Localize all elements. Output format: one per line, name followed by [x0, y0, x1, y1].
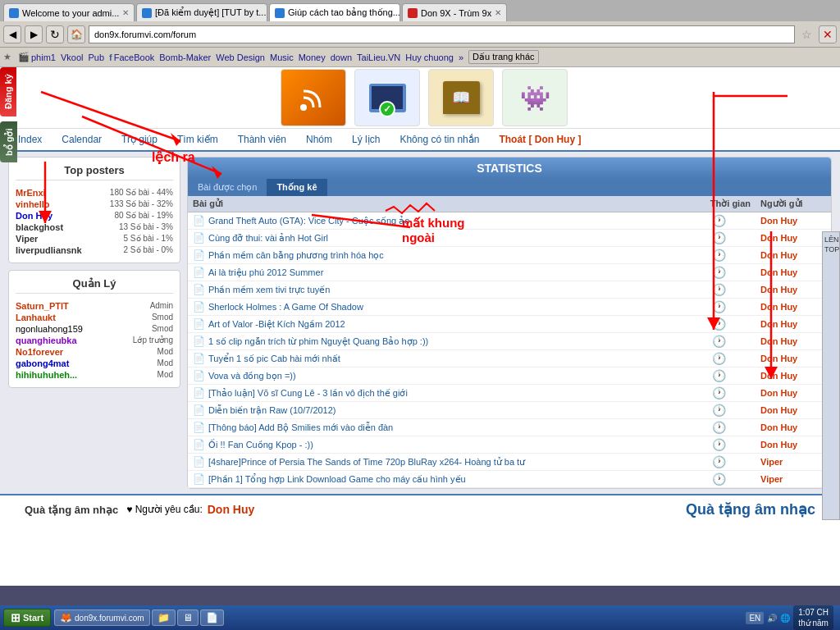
- scroll-top-button[interactable]: LÊNTOP: [822, 231, 840, 520]
- stats-tab-selected[interactable]: Bài được chọn: [188, 179, 267, 196]
- taskbar: ⊞ Start 🦊 don9x.forumvi.com 📁 🖥 📄 EN 🔊 🌐…: [0, 605, 840, 630]
- poster-name[interactable]: blackghost: [16, 222, 63, 232]
- author-link[interactable]: Don Huy: [760, 319, 797, 329]
- manager-name[interactable]: Saturn_PTIT: [16, 301, 69, 311]
- browser-tab-3[interactable]: Giúp cách tao bảng thống... ✕: [269, 3, 400, 21]
- post-link[interactable]: 📄 Tuyển 1 số pic Cab hài mới nhất: [193, 353, 678, 364]
- post-link[interactable]: 📄 Ai là triệu phú 2012 Summer: [193, 267, 678, 278]
- nav-logout[interactable]: Thoát [ Don Huy ]: [497, 130, 582, 148]
- dangky-button[interactable]: Đăng ký: [0, 67, 16, 116]
- manager-name[interactable]: Lanhaukt: [16, 313, 56, 322]
- home-button[interactable]: 🏠: [67, 25, 85, 43]
- post-link[interactable]: 📄 Ối !! Fan Cuồng Kpop - :)): [193, 439, 678, 450]
- post-link[interactable]: 📄 Sherlock Holmes : A Game Of Shadow: [193, 301, 678, 313]
- post-link[interactable]: 📄 [Thông báo] Add Bộ Smilies mới vào diễ…: [193, 422, 678, 433]
- browser-tab-4[interactable]: Don 9X - Trùm 9x ✕: [402, 3, 507, 21]
- author-link[interactable]: Viper: [760, 457, 783, 467]
- post-time-cell: 🕐: [683, 436, 756, 454]
- poster-name[interactable]: Viper: [16, 234, 38, 244]
- poster-name[interactable]: liverpudliansnk: [16, 245, 82, 255]
- author-link[interactable]: Don Huy: [760, 216, 797, 226]
- post-link[interactable]: 📄 [Thảo luận] Võ sĩ Cung Lê - 3 lần vô đ…: [193, 387, 678, 399]
- nav-groups[interactable]: Nhóm: [304, 130, 334, 148]
- post-link[interactable]: 📄 Grand Theft Auto (GTA): Vice City - Cu…: [193, 215, 678, 226]
- address-bar[interactable]: [89, 25, 795, 43]
- bookmark-bomb[interactable]: Bomb-Maker: [159, 52, 211, 62]
- bookmark-money[interactable]: Money: [299, 52, 326, 62]
- post-link[interactable]: 📄 Phần mềm cân bằng phương trình hóa học: [193, 249, 678, 261]
- post-link[interactable]: 📄 Vova và đồng bọn =)): [193, 370, 678, 381]
- author-link[interactable]: Don Huy: [760, 233, 797, 243]
- manager-name[interactable]: hihihuhuheh...: [16, 370, 77, 380]
- nav-search[interactable]: Tìm kiếm: [176, 130, 220, 148]
- nav-help[interactable]: Trợ giúp: [120, 130, 159, 148]
- author-link[interactable]: Don Huy: [760, 285, 797, 294]
- post-link[interactable]: 📄 Art of Valor -Biệt Kích Ngầm 2012: [193, 318, 678, 330]
- post-link[interactable]: 📄 Phần mềm xem tivi trực tuyến: [193, 284, 678, 295]
- post-time-cell: 🕐: [683, 316, 756, 333]
- bookmark-huy[interactable]: Huy chuong: [405, 52, 454, 62]
- post-link[interactable]: 📄 Cùng đỡ thui: vài ảnh Hot Girl: [193, 232, 678, 244]
- post-link[interactable]: 📄 [4share]Prince of Persia The Sands of …: [193, 456, 678, 468]
- post-title-cell: 📄 [4share]Prince of Persia The Sands of …: [188, 454, 683, 471]
- reload-button[interactable]: ↻: [46, 25, 64, 43]
- taskbar-item-app2[interactable]: 📄: [200, 609, 224, 626]
- author-link[interactable]: Don Huy: [760, 354, 797, 363]
- author-link[interactable]: Don Huy: [760, 336, 797, 346]
- bookmark-webdesign[interactable]: Web Design: [216, 52, 265, 62]
- author-link[interactable]: Don Huy: [760, 302, 797, 312]
- author-link[interactable]: Don Huy: [760, 422, 797, 432]
- nav-calendar[interactable]: Calendar: [60, 130, 103, 148]
- forward-button[interactable]: ▶: [25, 25, 43, 43]
- author-link[interactable]: Don Huy: [760, 405, 797, 415]
- author-link[interactable]: Don Huy: [760, 267, 797, 277]
- author-link[interactable]: Don Huy: [760, 371, 797, 381]
- bookmark-star[interactable]: ☆: [798, 28, 815, 41]
- nav-profile[interactable]: Lý lịch: [350, 130, 381, 148]
- author-link[interactable]: Viper: [760, 474, 783, 484]
- bookmark-folder[interactable]: Dấu trang khác: [468, 50, 538, 64]
- browser-tab-2[interactable]: [Đã kiểm duyệt] [TUT by t... ✕: [136, 3, 267, 21]
- bookmark-vkool[interactable]: Vkool: [61, 52, 84, 62]
- author-link[interactable]: Don Huy: [760, 250, 797, 260]
- author-link[interactable]: Don Huy: [760, 388, 797, 398]
- manager-name[interactable]: gabong4mat: [16, 358, 69, 368]
- nav-members[interactable]: Thành viên: [236, 130, 288, 148]
- bookmark-down[interactable]: down: [331, 52, 352, 62]
- tab-close-4[interactable]: ✕: [495, 8, 501, 17]
- taskbar-item-app[interactable]: 🖥: [177, 609, 199, 626]
- manager-name[interactable]: quanghieubka: [16, 336, 77, 345]
- nav-index[interactable]: Index: [16, 130, 43, 148]
- poster-name[interactable]: MrEnxi: [16, 188, 46, 198]
- post-icon: 📄: [193, 336, 205, 347]
- start-button[interactable]: ⊞ Start: [3, 609, 51, 627]
- bookmark-phim1[interactable]: 🎬phim1: [18, 52, 56, 62]
- gift-requester-link[interactable]: Don Huy: [208, 503, 255, 516]
- tab-close-1[interactable]: ✕: [122, 8, 129, 17]
- manager-name[interactable]: No1forever: [16, 347, 63, 357]
- bookmark-music[interactable]: Music: [270, 52, 294, 62]
- bookmark-pub[interactable]: Pub: [89, 52, 105, 62]
- bogoi-button[interactable]: bổ gởi: [0, 121, 17, 162]
- post-link[interactable]: 📄 Diễn biến trận Raw (10/7/2012): [193, 404, 678, 416]
- post-link[interactable]: 📄 1 số clip ngắn trích từ phim Nguyệt Qu…: [193, 336, 678, 347]
- post-icon: 📄: [193, 249, 205, 261]
- back-button[interactable]: ◀: [3, 25, 21, 43]
- taskbar-item-browser[interactable]: 🦊 don9x.forumvi.com: [54, 609, 149, 626]
- bookmark-facebook[interactable]: fFaceBook: [109, 52, 154, 62]
- post-link[interactable]: 📄 [Phần 1] Tổng hợp Link Download Game c…: [193, 473, 678, 485]
- bookmark-more-icon[interactable]: »: [459, 52, 463, 62]
- taskbar-item-folder[interactable]: 📁: [152, 609, 176, 626]
- bookmark-icon: 🎬: [18, 52, 30, 62]
- browser-tab-1[interactable]: Welcome to your admi... ✕: [3, 3, 135, 21]
- post-author-cell: Don Huy: [756, 436, 831, 454]
- poster-name[interactable]: Don Huy: [16, 211, 52, 221]
- nav-messages[interactable]: Không có tin nhắn: [398, 130, 481, 148]
- bookmark-tailieu[interactable]: TaiLieu.VN: [357, 52, 400, 62]
- author-link[interactable]: Don Huy: [760, 440, 797, 450]
- manager-name[interactable]: ngonluahong159: [16, 324, 83, 334]
- stop-button[interactable]: ✕: [819, 25, 837, 43]
- clock-icon: 🕐: [712, 404, 726, 417]
- poster-name[interactable]: vinhello: [16, 199, 50, 209]
- stats-tab-stats[interactable]: Thống kê: [267, 179, 326, 196]
